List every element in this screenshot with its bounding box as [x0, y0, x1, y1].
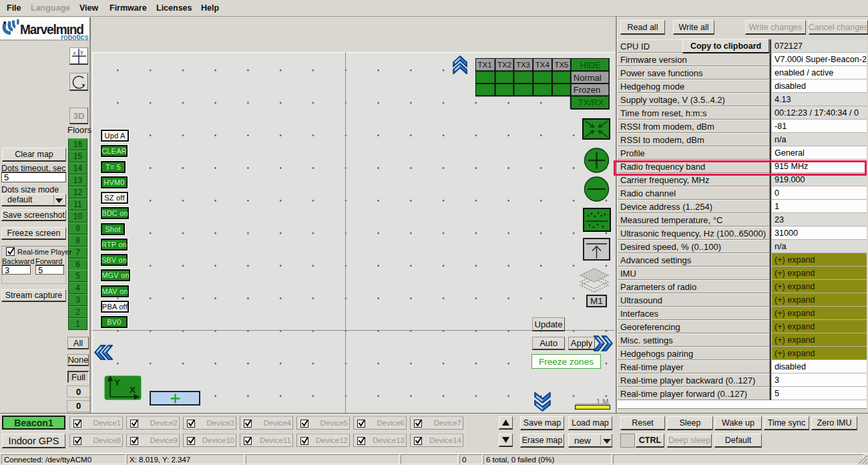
- svg-text:x: x: [73, 50, 76, 56]
- svg-text:TX3: TX3: [516, 61, 530, 69]
- svg-text:X: X: [130, 385, 136, 395]
- svg-text:TX2: TX2: [497, 61, 511, 69]
- svg-text:TX4: TX4: [535, 61, 550, 69]
- svg-text:TX/RX: TX/RX: [578, 98, 604, 108]
- svg-text:Normal: Normal: [574, 73, 602, 83]
- svg-text:Frozen: Frozen: [574, 85, 600, 95]
- svg-text:HIDE: HIDE: [580, 60, 601, 70]
- svg-text:y: y: [81, 49, 83, 55]
- svg-text:TX1: TX1: [478, 61, 492, 69]
- svg-text:TX5: TX5: [554, 61, 568, 69]
- svg-text:Y: Y: [114, 377, 120, 388]
